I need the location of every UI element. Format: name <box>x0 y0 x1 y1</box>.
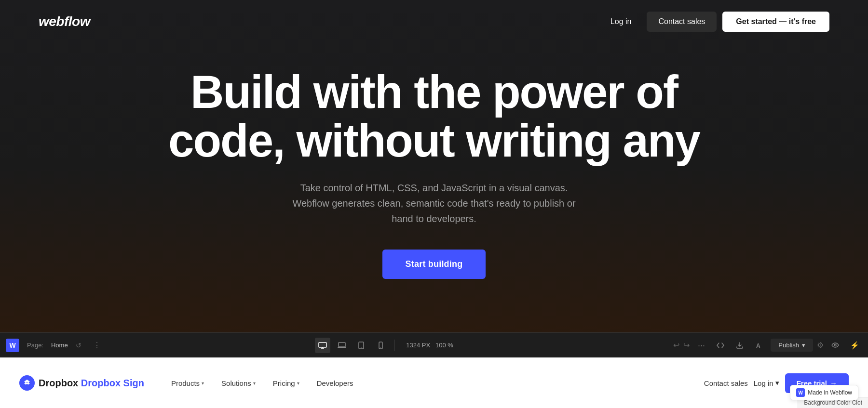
products-chevron: ▾ <box>202 381 204 386</box>
start-building-button[interactable]: Start building <box>382 250 486 279</box>
hero-title-line2: code, without writing any <box>168 115 700 166</box>
svg-point-6 <box>361 347 362 348</box>
hero-content: Build with the power of code, without wr… <box>0 43 868 332</box>
site-logo-area: Dropbox Dropbox Sign <box>19 375 144 391</box>
get-started-button[interactable]: Get started — it's free <box>722 12 829 32</box>
webflow-w-icon[interactable]: W <box>6 339 19 352</box>
toolbar-center: 1324 PX 100 % <box>315 338 459 353</box>
resolution-display: 1324 PX 100 % <box>406 342 453 349</box>
export-button[interactable] <box>732 338 747 353</box>
site-logo-text: Dropbox Dropbox Sign <box>39 378 144 389</box>
solutions-chevron: ▾ <box>253 381 256 386</box>
dropbox-sign-icon <box>19 375 35 391</box>
made-in-webflow-text: Made in Webflow <box>808 389 852 396</box>
svg-point-8 <box>380 347 381 348</box>
toolbar-right: ↩ ↪ ⋯ A Publish ▾ ⚙ ⚡ <box>673 338 862 353</box>
desktop-view-button[interactable] <box>315 338 330 353</box>
svg-rect-3 <box>339 342 345 347</box>
svg-point-10 <box>834 344 836 346</box>
solutions-nav-link[interactable]: Solutions ▾ <box>214 375 263 391</box>
svg-text:A: A <box>756 342 760 349</box>
laptop-view-button[interactable] <box>334 338 350 353</box>
hero-subtitle: Take control of HTML, CSS, and JavaScrip… <box>289 180 579 226</box>
hero-title: Build with the power of code, without wr… <box>168 68 700 165</box>
publish-button[interactable]: Publish ▾ <box>771 339 813 352</box>
more-actions-button[interactable]: ⋯ <box>693 338 709 353</box>
main-navbar: webflow Log in Contact sales Get started… <box>0 0 868 43</box>
pricing-nav-link[interactable]: Pricing ▾ <box>265 375 307 391</box>
webflow-logo: webflow <box>39 14 90 29</box>
pricing-chevron: ▾ <box>297 381 299 386</box>
refresh-icon[interactable]: ↺ <box>76 342 81 349</box>
mobile-view-button[interactable] <box>373 338 388 353</box>
lightning-button[interactable]: ⚡ <box>847 338 862 353</box>
developers-nav-link[interactable]: Developers <box>309 375 361 391</box>
eye-button[interactable] <box>827 338 843 353</box>
toolbar-divider <box>394 340 394 351</box>
login-chevron: ▾ <box>775 379 779 387</box>
site-navbar: Dropbox Dropbox Sign Products ▾ Solution… <box>0 357 868 408</box>
publish-chevron: ▾ <box>802 342 805 349</box>
webflow-badge-icon: W <box>796 388 805 397</box>
svg-rect-4 <box>338 347 346 348</box>
site-login-button[interactable]: Log in ▾ <box>754 379 779 387</box>
undo-button[interactable]: ↩ <box>673 341 679 350</box>
svg-rect-0 <box>319 342 326 347</box>
site-nav-links: Products ▾ Solutions ▾ Pricing ▾ Develop… <box>163 375 704 391</box>
toolbar-left: W Page: Home ↺ ⋮ <box>6 339 101 352</box>
nav-right-group: Log in Contact sales Get started — it's … <box>601 12 829 32</box>
tablet-view-button[interactable] <box>353 338 369 353</box>
hero-title-line1: Build with the power of <box>190 66 678 118</box>
page-name[interactable]: Home <box>51 342 68 349</box>
settings-button[interactable]: ⚙ <box>817 341 824 350</box>
font-button[interactable]: A <box>751 338 767 353</box>
contact-sales-button[interactable]: Contact sales <box>647 12 717 32</box>
site-contact-sales-button[interactable]: Contact sales <box>704 379 748 387</box>
page-label: Page: <box>27 342 43 349</box>
hero-section: webflow Log in Contact sales Get started… <box>0 0 868 332</box>
made-in-webflow-badge[interactable]: W Made in Webflow <box>790 385 858 400</box>
products-nav-link[interactable]: Products ▾ <box>163 375 212 391</box>
editor-toolbar: W Page: Home ↺ ⋮ 1324 PX 100 % ↩ ↪ <box>0 332 868 357</box>
login-button[interactable]: Log in <box>601 13 641 31</box>
redo-button[interactable]: ↪ <box>683 341 690 350</box>
more-options-icon[interactable]: ⋮ <box>93 341 101 350</box>
code-view-button[interactable] <box>713 338 728 353</box>
